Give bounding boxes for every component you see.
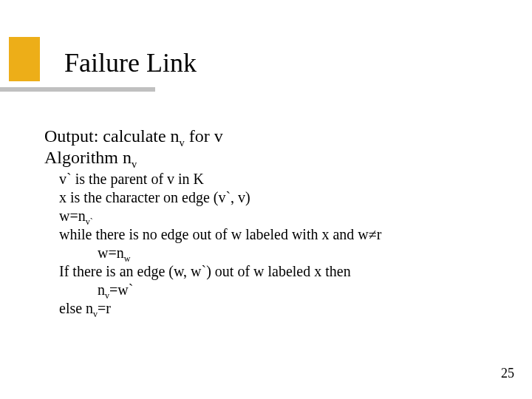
- slide-body: Output: calculate nv for v Algorithm nv …: [44, 126, 495, 318]
- slide-title: Failure Link: [64, 47, 197, 78]
- accent-block: [9, 37, 40, 81]
- output-line: Output: calculate nv for v: [44, 126, 495, 147]
- step-5a: w=n: [98, 245, 124, 261]
- step-3a: w=n: [59, 208, 86, 224]
- step-6: If there is an edge (w, w`) out of w lab…: [59, 262, 495, 281]
- step-2: x is the character on edge (v`, v): [59, 188, 495, 207]
- step-5: w=nw: [59, 244, 495, 262]
- algorithm-steps: v` is the parent of v in K x is the char…: [59, 170, 495, 318]
- step-1: v` is the parent of v in K: [59, 170, 495, 188]
- step-3: w=nv`: [59, 207, 495, 225]
- step-7a: n: [98, 282, 105, 298]
- page-number: 25: [501, 366, 514, 381]
- algo-sub: v: [132, 158, 137, 170]
- algo-prefix: Algorithm n: [44, 148, 132, 167]
- output-suffix: for v: [185, 126, 223, 146]
- output-prefix: Output: calculate n: [44, 126, 180, 146]
- step-8a: else n: [59, 300, 93, 316]
- step-7b: =w`: [109, 282, 133, 298]
- accent-bar: [0, 87, 155, 92]
- algorithm-line: Algorithm nv: [44, 147, 495, 168]
- output-sub: v: [180, 137, 185, 149]
- step-7: nv=w`: [59, 281, 495, 299]
- step-8: else nv=r: [59, 299, 495, 318]
- slide: Failure Link Output: calculate nv for v …: [0, 0, 532, 399]
- step-8b: =r: [98, 300, 111, 316]
- step-4: while there is no edge out of w labeled …: [59, 225, 495, 244]
